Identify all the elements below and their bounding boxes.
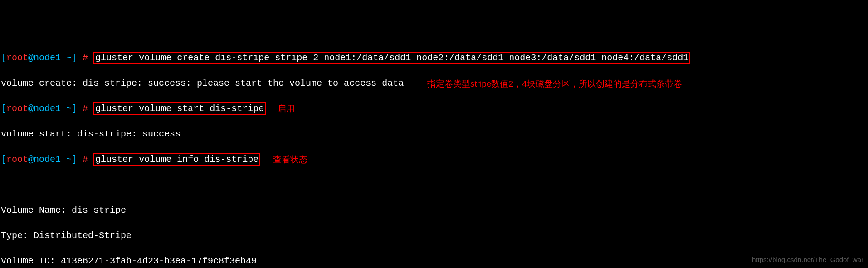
prompt-rbracket: ]: [72, 154, 77, 165]
command-info[interactable]: gluster volume info dis-stripe: [95, 154, 258, 165]
prompt-at: @: [28, 103, 34, 114]
prompt-hash: #: [77, 103, 93, 114]
terminal-line-2: volume create: dis-stripe: success: plea…: [1, 77, 867, 90]
terminal-line-blank1: [1, 179, 867, 191]
command-create[interactable]: gluster volume create dis-stripe stripe …: [95, 53, 688, 63]
prompt-host: node1: [34, 154, 61, 165]
annotation-create: 指定卷类型stripe数值2，4块磁盘分区，所以创建的是分布式条带卷: [427, 78, 682, 90]
prompt-host: node1: [34, 53, 61, 63]
terminal-line-1: [root@node1 ~] # gluster volume create d…: [1, 52, 867, 64]
output-blank1: [1, 180, 6, 190]
prompt-hash: #: [77, 53, 93, 63]
prompt-cwd: ~: [61, 154, 72, 165]
output-volume-id: Volume ID: 413e6271-3fab-4d23-b3ea-17f9c…: [1, 256, 257, 266]
prompt-lbracket: [: [1, 53, 6, 63]
prompt-lbracket: [: [1, 154, 6, 165]
output-create: volume create: dis-stripe: success: plea…: [1, 78, 404, 88]
highlight-start-command: gluster volume start dis-stripe: [93, 102, 266, 115]
annotation-info: 查看状态: [273, 154, 307, 166]
prompt-cwd: ~: [61, 103, 72, 114]
prompt-host: node1: [34, 103, 61, 114]
output-type: Type: Distributed-Stripe: [1, 230, 132, 241]
terminal-line-5: [root@node1 ~] # gluster volume info dis…: [1, 153, 867, 166]
prompt-rbracket: ]: [72, 53, 77, 63]
terminal-line-volume-name: Volume Name: dis-stripe: [1, 204, 867, 217]
output-volume-name: Volume Name: dis-stripe: [1, 205, 126, 215]
terminal-line-volume-id: Volume ID: 413e6271-3fab-4d23-b3ea-17f9c…: [1, 255, 867, 268]
prompt-rbracket: ]: [72, 103, 77, 114]
highlight-info-command: gluster volume info dis-stripe: [93, 153, 260, 166]
watermark-text: https://blog.csdn.net/The_Godof_war: [752, 255, 863, 264]
terminal-line-4: volume start: dis-stripe: success: [1, 128, 867, 141]
command-start[interactable]: gluster volume start dis-stripe: [95, 103, 264, 114]
annotation-start: 启用: [278, 103, 295, 115]
prompt-user: root: [6, 103, 28, 114]
prompt-user: root: [6, 154, 28, 165]
output-start: volume start: dis-stripe: success: [1, 129, 180, 139]
prompt-at: @: [28, 154, 34, 165]
terminal-line-type: Type: Distributed-Stripe: [1, 229, 867, 242]
terminal-line-3: [root@node1 ~] # gluster volume start di…: [1, 102, 867, 115]
prompt-user: root: [6, 53, 28, 63]
prompt-at: @: [28, 53, 34, 63]
highlight-create-command: gluster volume create dis-stripe stripe …: [93, 52, 690, 64]
prompt-cwd: ~: [61, 53, 72, 63]
prompt-hash: #: [77, 154, 93, 165]
prompt-lbracket: [: [1, 103, 6, 114]
